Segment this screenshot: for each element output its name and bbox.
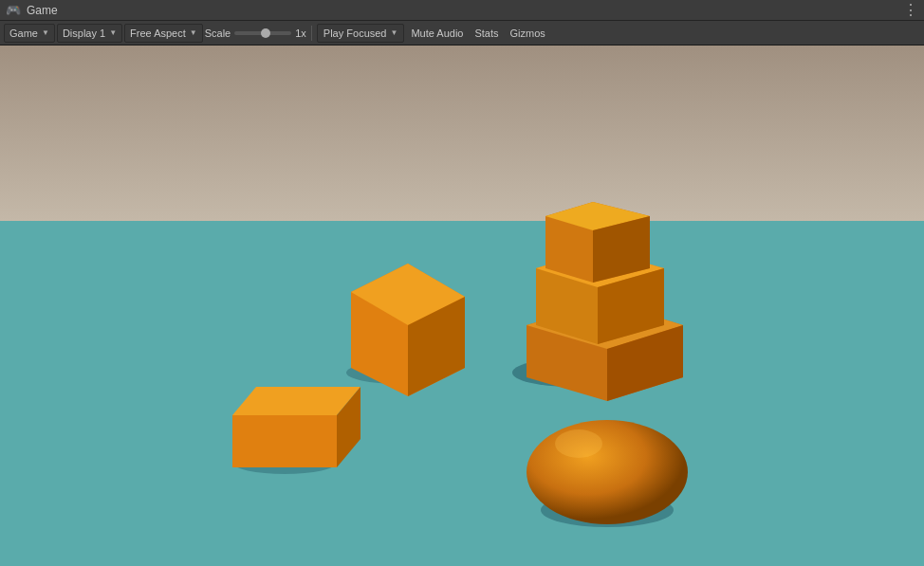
display-label: Display 1 xyxy=(63,27,105,39)
scale-value: 1x xyxy=(295,27,306,39)
svg-marker-6 xyxy=(232,415,337,467)
play-focused-dropdown[interactable]: Play Focused ▼ xyxy=(317,24,405,43)
game-icon: 🎮 xyxy=(6,3,21,17)
scale-slider-thumb xyxy=(261,28,270,38)
display-dropdown[interactable]: Display 1 ▼ xyxy=(57,24,122,43)
aspect-dropdown-arrow: ▼ xyxy=(190,28,197,37)
mute-audio-label: Mute Audio xyxy=(411,27,463,39)
scale-slider[interactable] xyxy=(234,31,291,35)
title-bar-menu-button[interactable]: ⋮ xyxy=(903,3,918,18)
gizmos-button[interactable]: Gizmos xyxy=(506,24,550,43)
scene-svg xyxy=(0,46,924,566)
scale-label: Scale xyxy=(205,27,231,39)
game-label: Game xyxy=(9,27,38,39)
title-bar: 🎮 Game ⋮ xyxy=(0,0,924,21)
gizmos-label: Gizmos xyxy=(510,27,545,39)
aspect-dropdown[interactable]: Free Aspect ▼ xyxy=(124,24,203,43)
title-bar-title: Game xyxy=(27,4,58,17)
aspect-label: Free Aspect xyxy=(130,27,186,39)
game-dropdown[interactable]: Game ▼ xyxy=(4,24,55,43)
game-dropdown-arrow: ▼ xyxy=(42,28,49,37)
svg-marker-0 xyxy=(0,202,924,566)
game-view xyxy=(0,46,924,566)
toolbar: Game ▼ Display 1 ▼ Free Aspect ▼ Scale 1… xyxy=(0,21,924,46)
scale-section: Scale 1x xyxy=(205,27,306,39)
svg-point-21 xyxy=(527,420,688,524)
svg-point-22 xyxy=(555,429,602,458)
separator-1 xyxy=(311,26,312,41)
mute-audio-button[interactable]: Mute Audio xyxy=(406,24,468,43)
stats-button[interactable]: Stats xyxy=(470,24,503,43)
svg-rect-1 xyxy=(0,46,924,221)
stats-label: Stats xyxy=(474,27,498,39)
display-dropdown-arrow: ▼ xyxy=(109,28,117,37)
play-focused-arrow: ▼ xyxy=(391,28,398,37)
play-focused-label: Play Focused xyxy=(323,27,387,39)
